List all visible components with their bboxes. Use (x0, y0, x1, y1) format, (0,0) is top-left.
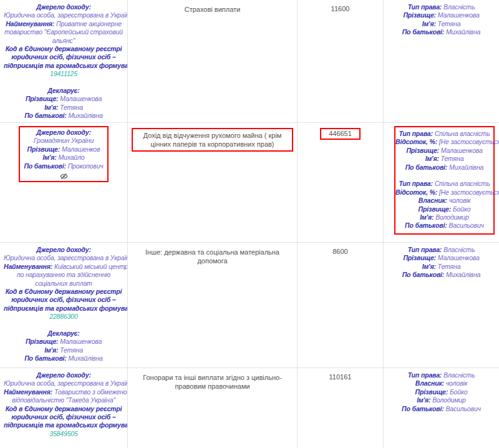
source-heading: Джерело доходу: (4, 3, 124, 11)
income-row-highlighted: Джерело доходу: Громадянин України Прізв… (0, 123, 499, 243)
field-label: Ім'я: (44, 104, 58, 111)
field-label: По батькові: (24, 162, 66, 170)
eye-off-icon[interactable] (60, 172, 68, 180)
surname-line: Прізвище: Малашенкова (395, 147, 493, 155)
field-label: Джерело доходу: (36, 3, 90, 11)
org-name-line: альянс" (4, 37, 124, 45)
field-label: Прізвище: (406, 147, 439, 154)
field-label: Ім'я: (417, 396, 430, 404)
source-entity: Юридична особа, зареєстрована в Україні (4, 254, 124, 262)
patronymic-line: По батькові: Прокопович (20, 162, 107, 170)
income-type-text: Інше: державна та соціальна матеріальна … (145, 248, 279, 265)
source-entity: Юридична особа, зареєстрована в Україні (4, 11, 124, 19)
registry-code-label: Код в Єдиному державному реєстрі (4, 405, 124, 413)
field-value: Михайлівна (446, 28, 480, 36)
field-value: Васильович (448, 222, 483, 229)
percent-line: Відсоток, %: [Не застосовується] (395, 138, 493, 146)
field-value: Київський міський центр (54, 263, 128, 270)
field-value: Малашенкова (60, 338, 102, 345)
field-value: Тетяна (438, 263, 461, 270)
surname-line: Прізвище: Малашенкова (4, 95, 124, 103)
amount-value: 8600 (332, 248, 347, 255)
field-label: По батькові: (402, 405, 444, 412)
amount-value: 110161 (329, 373, 352, 381)
income-row: Джерело доходу: Юридична особа, зареєстр… (0, 243, 499, 368)
highlight-box: Тип права: Спільна власність Відсоток, %… (394, 126, 495, 235)
patronymic-line: По батькові: Михайлівна (395, 163, 493, 172)
income-rights-cell: Тип права: Власність Власник: чоловік Пр… (384, 368, 499, 448)
registry-code-label: підприємців та громадських формувань: (4, 304, 124, 313)
income-amount-cell: 110161 (298, 368, 384, 448)
highlight-box: 446651 (320, 128, 361, 140)
surname-line: Прізвище: Малашенкова (4, 338, 124, 346)
field-label: Прізвище: (419, 205, 452, 213)
highlight-box: Дохід від відчуження рухомого майна ( кр… (132, 128, 293, 152)
field-label: По батькові: (24, 354, 67, 362)
income-source-cell: Джерело доходу: Громадянин України Прізв… (0, 123, 128, 242)
org-name-line: Найменування: Приватне акціонерне (4, 20, 124, 28)
field-value: Товариство з обмеженою (54, 388, 128, 396)
field-value: Бойко (450, 388, 468, 396)
income-type-text: Гонорари та інші виплати згідно з цивіль… (143, 374, 282, 390)
field-label: Тип права: (399, 130, 432, 137)
firstname-line: Ім'я: Тетяна (387, 263, 495, 271)
field-value: Бойко (453, 205, 471, 213)
field-value: Васильович (445, 405, 480, 412)
field-label: Тип права: (408, 371, 442, 379)
field-value: Тетяна (438, 20, 461, 27)
amount-value: 446651 (329, 130, 352, 137)
org-name-line: товариство "Європейський страховий (4, 28, 124, 36)
highlight-box: Джерело доходу: Громадянин України Прізв… (19, 126, 109, 182)
org-name-line: Найменування: Товариство з обмеженою (4, 388, 124, 396)
source-heading: Джерело доходу: (4, 246, 124, 254)
field-value: Володимир (432, 396, 466, 404)
income-row: Джерело доходу: Юридична особа, зареєстр… (0, 368, 499, 448)
income-type-cell: Інше: державна та соціальна матеріальна … (128, 243, 298, 368)
field-label: Прізвище: (403, 11, 436, 19)
right-type-line: Тип права: Спільна власність (395, 130, 493, 138)
hidden-info-indicator[interactable] (20, 171, 107, 180)
registry-code-value: 35849505 (4, 430, 124, 438)
patronymic-line: По батькові: Михайлівна (387, 28, 495, 36)
income-amount-cell: 446651 (298, 123, 384, 242)
income-type-text: Дохід від відчуження рухомого майна ( кр… (143, 132, 282, 148)
field-label: Прізвище: (26, 95, 59, 102)
org-name-line: відповідальністю "Такеда Україна" (4, 396, 124, 404)
field-label: Ім'я: (425, 155, 439, 162)
field-value: Власність (443, 246, 475, 253)
field-value: Тетяна (441, 155, 464, 162)
source-entity: Громадянин України (20, 137, 107, 145)
registry-code-label: юридичних осіб, фізичних осіб – (4, 413, 124, 421)
declares-heading: Декларує: (4, 329, 124, 338)
income-type-cell: Страхові виплати (128, 0, 298, 122)
firstname-line: Ім'я: Тетяна (387, 20, 495, 28)
source-heading: Джерело доходу: (20, 129, 107, 137)
income-rights-cell: Тип права: Власність Прізвище: Малашенко… (384, 0, 499, 122)
field-label: Ім'я: (42, 153, 56, 161)
income-type-text: Страхові виплати (185, 6, 240, 13)
owner-line: Власник: чоловік (395, 197, 493, 205)
registry-code-value: 22886300 (4, 313, 124, 321)
surname-line: Прізвище: Малашенкова (387, 11, 495, 19)
income-source-cell: Джерело доходу: Юридична особа, зареєстр… (0, 368, 128, 448)
income-type-cell: Дохід від відчуження рухомого майна ( кр… (128, 123, 298, 242)
field-label: Ім'я: (44, 346, 58, 354)
field-value: Приватне акціонерне (56, 20, 122, 27)
right-type-line: Тип права: Власність (387, 3, 495, 11)
patronymic-line: По батькові: Михайлівна (4, 112, 124, 120)
field-value: чоловік (446, 379, 468, 387)
right-type-line: Тип права: Спільна власність (395, 180, 493, 188)
field-label: Декларує: (47, 87, 79, 94)
right-type-line: Тип права: Власність (387, 246, 495, 254)
org-name-line: по нарахуванню та здійсненню (4, 271, 124, 279)
patronymic-line: По батькові: Михайлівна (387, 271, 495, 279)
field-label: Прізвище: (415, 388, 448, 396)
field-value: Михайлівна (449, 163, 483, 171)
field-label: Тип права: (408, 3, 442, 11)
income-amount-cell: 11600 (298, 0, 384, 122)
field-value: Тетяна (60, 346, 83, 354)
right-type-line: Тип права: Власність (387, 371, 495, 379)
field-value: Власність (443, 371, 475, 379)
registry-code-label: Код в Єдиному державному реєстрі (4, 288, 124, 296)
field-value: Малашенкова (438, 11, 480, 19)
